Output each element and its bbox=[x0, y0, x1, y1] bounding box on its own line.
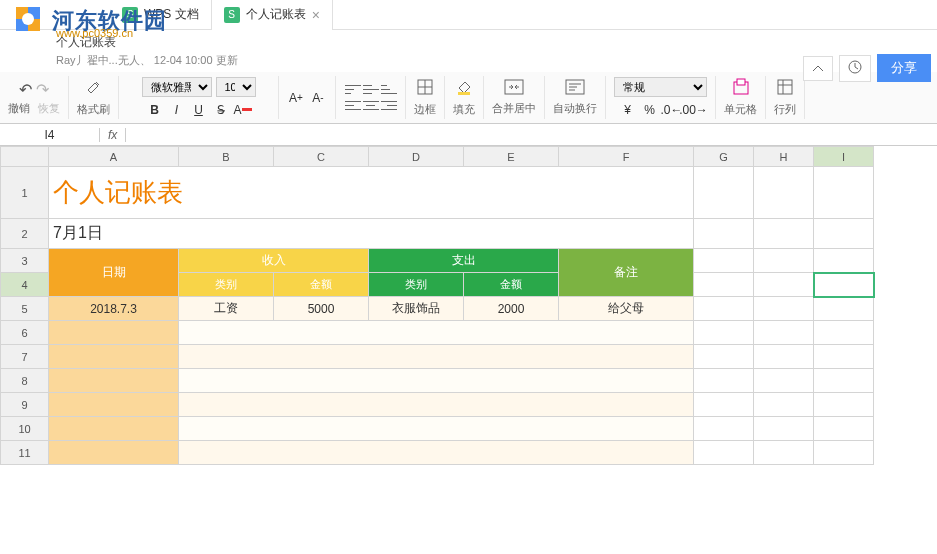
cell[interactable] bbox=[694, 297, 754, 321]
row-header[interactable]: 8 bbox=[1, 369, 49, 393]
header-date[interactable]: 日期 bbox=[49, 249, 179, 297]
data-cell[interactable]: 衣服饰品 bbox=[369, 297, 464, 321]
row-header[interactable]: 11 bbox=[1, 441, 49, 465]
cell[interactable] bbox=[694, 249, 754, 273]
col-header[interactable]: A bbox=[49, 147, 179, 167]
row-header[interactable]: 9 bbox=[1, 393, 49, 417]
cell[interactable] bbox=[754, 417, 814, 441]
bold-button[interactable]: B bbox=[146, 101, 164, 119]
cell[interactable] bbox=[49, 417, 179, 441]
subheader[interactable]: 金额 bbox=[464, 273, 559, 297]
italic-button[interactable]: I bbox=[168, 101, 186, 119]
border-group[interactable]: 边框 bbox=[406, 76, 445, 119]
merge-group[interactable]: 合并居中 bbox=[484, 76, 545, 119]
collapse-button[interactable] bbox=[803, 56, 833, 81]
col-header[interactable]: B bbox=[179, 147, 274, 167]
cell[interactable] bbox=[179, 321, 694, 345]
cell[interactable] bbox=[49, 321, 179, 345]
select-all-corner[interactable] bbox=[1, 147, 49, 167]
wrap-group[interactable]: 自动换行 bbox=[545, 76, 606, 119]
header-remark[interactable]: 备注 bbox=[559, 249, 694, 297]
spreadsheet-area[interactable]: A B C D E F G H I 1 个人记账表 2 7月1日 3 日期 收入… bbox=[0, 146, 937, 465]
cell[interactable] bbox=[754, 393, 814, 417]
col-header[interactable]: H bbox=[754, 147, 814, 167]
align-bottom-button[interactable] bbox=[381, 84, 397, 96]
data-cell[interactable]: 2018.7.3 bbox=[49, 297, 179, 321]
cell[interactable] bbox=[754, 249, 814, 273]
cell[interactable] bbox=[754, 167, 814, 219]
cell[interactable] bbox=[179, 417, 694, 441]
close-icon[interactable]: × bbox=[312, 7, 320, 23]
cell[interactable] bbox=[179, 393, 694, 417]
cell[interactable] bbox=[694, 273, 754, 297]
cell[interactable] bbox=[814, 441, 874, 465]
redo-icon[interactable]: ↷ bbox=[36, 80, 49, 99]
cell[interactable] bbox=[814, 369, 874, 393]
currency-button[interactable]: ¥ bbox=[619, 101, 637, 119]
decrease-font-button[interactable]: A- bbox=[309, 89, 327, 107]
cell[interactable] bbox=[179, 345, 694, 369]
share-button[interactable]: 分享 bbox=[877, 54, 931, 82]
strikethrough-button[interactable]: S̶ bbox=[212, 101, 230, 119]
cell-title[interactable]: 个人记账表 bbox=[49, 167, 694, 219]
row-header[interactable]: 7 bbox=[1, 345, 49, 369]
cell[interactable] bbox=[694, 369, 754, 393]
header-income[interactable]: 收入 bbox=[179, 249, 369, 273]
cell[interactable] bbox=[179, 441, 694, 465]
data-cell[interactable]: 给父母 bbox=[559, 297, 694, 321]
percent-button[interactable]: % bbox=[641, 101, 659, 119]
cell[interactable] bbox=[694, 219, 754, 249]
cell[interactable] bbox=[754, 441, 814, 465]
fill-group[interactable]: 填充 bbox=[445, 76, 484, 119]
cell[interactable] bbox=[814, 219, 874, 249]
align-right-button[interactable] bbox=[381, 100, 397, 112]
fx-label[interactable]: fx bbox=[100, 128, 126, 142]
cell[interactable] bbox=[754, 321, 814, 345]
subheader[interactable]: 类别 bbox=[179, 273, 274, 297]
number-format-select[interactable]: 常规 bbox=[614, 77, 707, 97]
cell-reference[interactable]: I4 bbox=[0, 128, 100, 142]
cell[interactable] bbox=[694, 393, 754, 417]
cell[interactable] bbox=[694, 345, 754, 369]
col-header[interactable]: E bbox=[464, 147, 559, 167]
tab-document[interactable]: S 个人记账表 × bbox=[212, 0, 333, 30]
history-button[interactable] bbox=[839, 55, 871, 82]
font-size-select[interactable]: 10 bbox=[216, 77, 256, 97]
decimal-inc-button[interactable]: .0← bbox=[663, 101, 681, 119]
col-header[interactable]: F bbox=[559, 147, 694, 167]
cell[interactable] bbox=[179, 369, 694, 393]
row-header[interactable]: 6 bbox=[1, 321, 49, 345]
cell[interactable] bbox=[49, 393, 179, 417]
align-left-button[interactable] bbox=[345, 100, 361, 112]
row-header[interactable]: 2 bbox=[1, 219, 49, 249]
data-cell[interactable]: 2000 bbox=[464, 297, 559, 321]
subheader[interactable]: 金额 bbox=[274, 273, 369, 297]
spreadsheet-grid[interactable]: A B C D E F G H I 1 个人记账表 2 7月1日 3 日期 收入… bbox=[0, 146, 874, 465]
cell-group[interactable]: 单元格 bbox=[716, 76, 766, 119]
header-expense[interactable]: 支出 bbox=[369, 249, 559, 273]
cell[interactable] bbox=[694, 441, 754, 465]
active-cell[interactable] bbox=[814, 273, 874, 297]
cell[interactable] bbox=[814, 417, 874, 441]
cell[interactable] bbox=[694, 417, 754, 441]
data-cell[interactable]: 5000 bbox=[274, 297, 369, 321]
cell[interactable] bbox=[49, 369, 179, 393]
col-header[interactable]: G bbox=[694, 147, 754, 167]
cell-subtitle[interactable]: 7月1日 bbox=[49, 219, 694, 249]
row-col-group[interactable]: 行列 bbox=[766, 76, 805, 119]
subheader[interactable]: 类别 bbox=[369, 273, 464, 297]
cell[interactable] bbox=[694, 167, 754, 219]
decimal-dec-button[interactable]: .00→ bbox=[685, 101, 703, 119]
col-header[interactable]: D bbox=[369, 147, 464, 167]
col-header[interactable]: C bbox=[274, 147, 369, 167]
cell[interactable] bbox=[814, 321, 874, 345]
cell[interactable] bbox=[694, 321, 754, 345]
undo-icon[interactable]: ↶ bbox=[19, 80, 32, 99]
increase-font-button[interactable]: A+ bbox=[287, 89, 305, 107]
cell[interactable] bbox=[814, 345, 874, 369]
cell[interactable] bbox=[754, 369, 814, 393]
font-color-button[interactable]: A bbox=[234, 101, 252, 119]
cell[interactable] bbox=[754, 219, 814, 249]
cell[interactable] bbox=[754, 345, 814, 369]
col-header[interactable]: I bbox=[814, 147, 874, 167]
